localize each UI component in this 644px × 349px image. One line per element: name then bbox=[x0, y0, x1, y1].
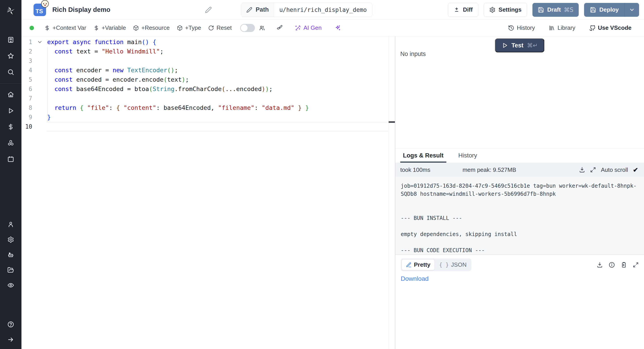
dollar-icon bbox=[44, 25, 50, 31]
sidebar-item-search[interactable] bbox=[0, 64, 22, 80]
sidebar-item-audit-logs[interactable] bbox=[0, 278, 22, 293]
format-code-button[interactable] bbox=[274, 23, 285, 33]
sidebar-item-favorites[interactable] bbox=[0, 48, 22, 64]
history-button[interactable]: History bbox=[504, 22, 538, 34]
line-number: 3 bbox=[22, 56, 32, 66]
line-decoration bbox=[32, 56, 47, 66]
expand-result-icon[interactable] bbox=[633, 262, 639, 268]
diff-mode-toggle[interactable] bbox=[240, 24, 255, 32]
sidebar-item-schedules[interactable] bbox=[0, 151, 22, 167]
code-line: 7 bbox=[22, 94, 395, 103]
log-line: job=01912d75-163d-8204-47c9-5469c516cb1e… bbox=[401, 182, 639, 198]
test-button[interactable]: Test ⌘↵ bbox=[495, 39, 544, 52]
path-selector[interactable]: Path u/henri/rich_display_demo bbox=[241, 3, 372, 17]
settings-button[interactable]: Settings bbox=[484, 3, 527, 17]
deploy-button-group: Deploy bbox=[584, 3, 639, 17]
search-icon bbox=[8, 69, 14, 75]
save-icon bbox=[590, 7, 596, 13]
add-type-button[interactable]: +Type bbox=[173, 22, 205, 34]
editor-toolbar: +Context Var +Variable +Resource bbox=[22, 20, 644, 36]
sidebar-top-group bbox=[0, 32, 22, 80]
code-text: const encoded = encoder.encode(text); bbox=[47, 75, 189, 84]
script-emoji-avatar bbox=[41, 0, 49, 8]
sidebar-item-expand[interactable] bbox=[0, 332, 22, 347]
no-inputs-label: No inputs bbox=[400, 51, 426, 58]
line-number: 9 bbox=[22, 113, 32, 122]
sidebar-divider bbox=[0, 83, 22, 84]
line-decoration bbox=[32, 113, 47, 122]
header: TS Rich Display demo Pat bbox=[22, 0, 644, 20]
line-number: 6 bbox=[22, 84, 32, 94]
download-result-icon[interactable] bbox=[596, 262, 603, 268]
path-value[interactable]: u/henri/rich_display_demo bbox=[274, 3, 372, 17]
ai-gen-button[interactable]: AI Gen bbox=[291, 22, 325, 34]
fold-chevron-icon[interactable] bbox=[32, 37, 47, 47]
tab-history[interactable]: History bbox=[458, 149, 477, 163]
sidebar-item-workspace[interactable] bbox=[0, 32, 22, 48]
home-icon bbox=[8, 91, 14, 98]
result-view-json[interactable]: { } JSON bbox=[435, 259, 471, 270]
boxes-icon bbox=[8, 140, 14, 146]
sidebar-item-users[interactable] bbox=[0, 217, 22, 232]
context-var-label: +Context Var bbox=[52, 24, 86, 31]
add-context-var-button[interactable]: +Context Var bbox=[41, 22, 90, 34]
deploy-button[interactable]: Deploy bbox=[584, 3, 624, 17]
result-view-switcher: Pretty { } JSON bbox=[401, 258, 471, 271]
gear-icon bbox=[489, 7, 496, 13]
history-label: History bbox=[517, 24, 535, 31]
log-line bbox=[401, 198, 639, 206]
sidebar-item-help[interactable] bbox=[0, 317, 22, 332]
sidebar-item-workers[interactable] bbox=[0, 247, 22, 262]
package-icon bbox=[177, 25, 183, 31]
calendar-icon bbox=[8, 156, 14, 162]
windmill-logo[interactable] bbox=[6, 0, 16, 22]
path-label: Path bbox=[256, 6, 269, 13]
add-resource-button[interactable]: +Resource bbox=[130, 22, 173, 34]
code-line: 4 const encoder = new TextEncoder(); bbox=[22, 66, 395, 75]
result-download-link[interactable]: Download bbox=[401, 275, 429, 282]
diff-button[interactable]: Diff bbox=[448, 3, 478, 17]
diff-icon bbox=[454, 7, 460, 13]
line-decoration bbox=[32, 103, 47, 113]
autoscroll-label[interactable]: Auto scroll bbox=[601, 166, 628, 173]
use-vscode-button[interactable]: Use VScode bbox=[586, 22, 635, 34]
result-info-icon[interactable] bbox=[609, 262, 615, 268]
ai-fix-button[interactable] bbox=[332, 23, 344, 33]
sidebar-item-settings[interactable] bbox=[0, 232, 22, 247]
sidebar-item-resources[interactable] bbox=[0, 135, 22, 151]
edit-summary-icon[interactable] bbox=[205, 6, 212, 14]
copy-result-icon[interactable] bbox=[621, 262, 627, 268]
sidebar-item-folders[interactable] bbox=[0, 262, 22, 278]
tab-logs-result[interactable]: Logs & Result bbox=[403, 149, 444, 163]
deploy-dropdown-button[interactable] bbox=[625, 3, 639, 17]
log-line: --- BUN INSTALL --- bbox=[401, 214, 639, 222]
collaborators-button[interactable] bbox=[256, 23, 268, 33]
sidebar-item-home[interactable] bbox=[0, 87, 22, 103]
reset-button[interactable]: Reset bbox=[204, 22, 235, 34]
settings-label: Settings bbox=[499, 6, 522, 13]
star-icon bbox=[8, 53, 14, 59]
code-line: 10 bbox=[22, 122, 395, 131]
draft-button[interactable]: Draft ⌘S bbox=[532, 3, 579, 17]
save-icon bbox=[538, 7, 544, 13]
sidebar-item-runs[interactable] bbox=[0, 103, 22, 119]
draft-label: Draft bbox=[547, 6, 561, 13]
use-vscode-label: Use VScode bbox=[598, 24, 632, 31]
line-number: 5 bbox=[22, 75, 32, 84]
code-editor[interactable]: 1export async function main() {2 const t… bbox=[22, 36, 395, 349]
code-text: export async function main() { bbox=[47, 37, 156, 47]
result-view-pretty[interactable]: Pretty bbox=[402, 259, 435, 270]
expand-logs-icon[interactable] bbox=[590, 167, 596, 173]
users-icon bbox=[259, 25, 265, 31]
sidebar-item-variables[interactable] bbox=[0, 119, 22, 135]
code-text: const base64Encoded = btoa(String.fromCh… bbox=[47, 84, 272, 94]
log-output[interactable]: job=01912d75-163d-8204-47c9-5469c516cb1e… bbox=[395, 177, 644, 254]
code-line: 5 const encoded = encoder.encode(text); bbox=[22, 75, 395, 84]
github-icon bbox=[589, 25, 596, 31]
autoscroll-checkmark[interactable]: ✔ bbox=[633, 166, 638, 174]
add-variable-button[interactable]: +Variable bbox=[90, 22, 130, 34]
robot-icon bbox=[8, 251, 14, 258]
library-button[interactable]: Library bbox=[545, 22, 579, 34]
code-text: const encoder = new TextEncoder(); bbox=[47, 66, 178, 75]
download-logs-icon[interactable] bbox=[579, 167, 585, 173]
